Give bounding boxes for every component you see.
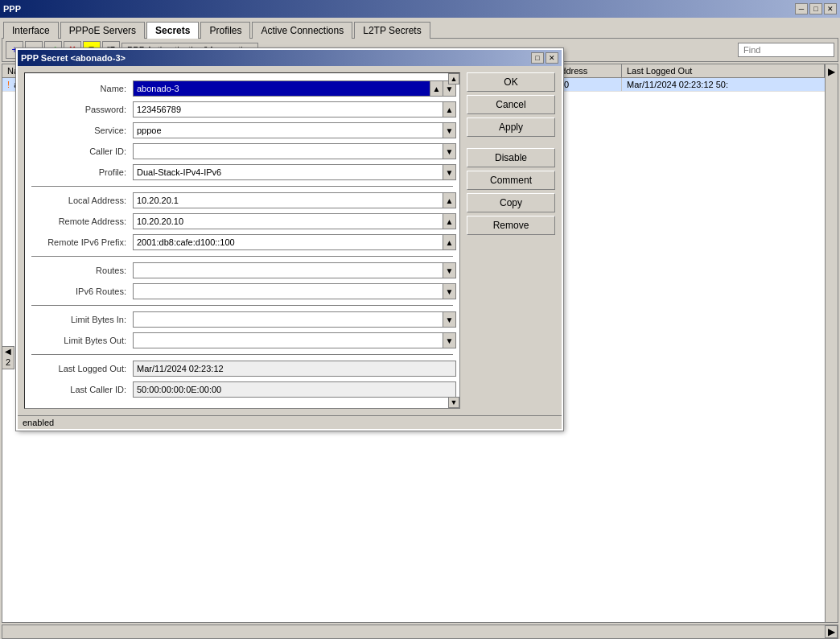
label-password: Password: <box>28 105 133 114</box>
routes-input-wrap: ▼ <box>133 262 456 278</box>
limit-in-dropdown-btn[interactable]: ▼ <box>443 311 456 328</box>
form-row-remote: Remote Address: ▲ <box>28 212 456 230</box>
dialog-title: PPP Secret <abonado-3> <box>21 53 126 63</box>
local-input-wrap: ▲ <box>133 192 456 208</box>
disable-button[interactable]: Disable <box>467 148 555 167</box>
callerid-dropdown-btn[interactable]: ▼ <box>443 143 456 159</box>
tab-l2tp-secrets[interactable]: L2TP Secrets <box>354 22 430 39</box>
form-row-limit-out: Limit Bytes Out: ▼ <box>28 332 456 349</box>
main-window: Interface PPPoE Servers Secrets Profiles… <box>0 18 840 639</box>
limit-out-input[interactable] <box>133 332 443 348</box>
ipv6-routes-input-wrap: ▼ <box>133 283 456 299</box>
side-nav: ◀ 2 <box>2 346 14 369</box>
ipv6-routes-dropdown-btn[interactable]: ▼ <box>443 283 456 299</box>
label-name: Name: <box>28 84 133 93</box>
apply-button[interactable]: Apply <box>467 117 555 137</box>
cancel-button[interactable]: Cancel <box>467 95 555 114</box>
form-scroll-up[interactable]: ▲ <box>448 73 459 85</box>
col-header-lastlogged: Last Logged Out <box>622 64 825 77</box>
form-row-routes: Routes: ▼ <box>28 262 456 279</box>
form-row-ipv6-routes: IPv6 Routes: ▼ <box>28 282 456 300</box>
dialog-status-bar: enabled <box>18 415 562 429</box>
remote-input[interactable] <box>133 213 443 229</box>
scroll-right-button[interactable]: ▶ <box>825 64 838 622</box>
comment-button[interactable]: Comment <box>467 171 555 190</box>
form-row-ipv6: Remote IPv6 Prefix: ▲ <box>28 233 456 251</box>
side-num-2: 2 <box>4 356 12 369</box>
last-callerid-input-wrap <box>133 381 456 398</box>
ppp-secret-dialog: PPP Secret <abonado-3> □ ✕ ▲ Name: ▲ ▼ <box>16 48 563 431</box>
callerid-input-wrap: ▼ <box>133 143 456 159</box>
form-row-name: Name: ▲ ▼ <box>28 80 456 97</box>
service-input[interactable] <box>133 122 443 138</box>
profile-dropdown-btn[interactable]: ▼ <box>443 164 456 180</box>
tab-secrets[interactable]: Secrets <box>146 22 199 39</box>
name-input[interactable] <box>133 80 430 97</box>
tab-bar: Interface PPPoE Servers Secrets Profiles… <box>0 18 840 38</box>
tab-pppoe-servers[interactable]: PPPoE Servers <box>60 22 145 39</box>
limit-in-input-wrap: ▼ <box>133 311 456 328</box>
remove-button-dialog[interactable]: Remove <box>467 216 555 235</box>
service-dropdown-btn[interactable]: ▼ <box>443 122 456 138</box>
routes-dropdown-btn[interactable]: ▼ <box>443 262 456 278</box>
status-text: enabled <box>23 418 54 427</box>
find-input[interactable] <box>738 43 834 57</box>
h-scrollbar[interactable]: ▶ <box>2 625 838 639</box>
tab-active-connections[interactable]: Active Connections <box>252 22 352 39</box>
window-title: PPP <box>3 4 21 14</box>
copy-button-dialog[interactable]: Copy <box>467 193 555 212</box>
side-up-arrow[interactable]: ◀ <box>5 347 11 356</box>
form-row-local: Local Address: ▲ <box>28 192 456 209</box>
callerid-input[interactable] <box>133 143 443 159</box>
dialog-buttons: OK Cancel Apply Disable Comment Copy Rem… <box>467 72 555 409</box>
routes-input[interactable] <box>133 262 443 278</box>
local-input[interactable] <box>133 192 443 208</box>
remote-btn[interactable]: ▲ <box>443 213 456 229</box>
dialog-close-button[interactable]: ✕ <box>546 52 558 64</box>
local-btn[interactable]: ▲ <box>443 192 456 208</box>
profile-input[interactable] <box>133 164 443 180</box>
dialog-form: ▲ Name: ▲ ▼ Password: ▲ <box>24 72 460 409</box>
minimize-button[interactable]: ─ <box>795 3 808 14</box>
ok-button[interactable]: OK <box>467 72 555 92</box>
limit-in-input[interactable] <box>133 311 443 328</box>
close-button[interactable]: ✕ <box>824 3 837 14</box>
cell-lastlogged: Mar/11/2024 02:23:12 50: <box>622 78 838 91</box>
tab-profiles[interactable]: Profiles <box>200 22 250 39</box>
label-service: Service: <box>28 126 133 135</box>
label-last-callerid: Last Caller ID: <box>28 385 133 394</box>
remote-input-wrap: ▲ <box>133 213 456 229</box>
ipv6-routes-input[interactable] <box>133 283 443 299</box>
form-row-callerid: Caller ID: ▼ <box>28 142 456 160</box>
divider-2 <box>31 256 453 257</box>
label-remote: Remote Address: <box>28 216 133 226</box>
password-btn[interactable]: ▲ <box>443 101 456 117</box>
limit-out-dropdown-btn[interactable]: ▼ <box>443 332 456 348</box>
name-scroll-up[interactable]: ▲ <box>430 80 443 97</box>
ipv6-btn[interactable]: ▲ <box>443 234 456 250</box>
label-routes: Routes: <box>28 266 133 275</box>
form-row-last-logged: Last Logged Out: <box>28 360 456 377</box>
label-profile: Profile: <box>28 167 133 177</box>
tab-interface[interactable]: Interface <box>3 22 59 39</box>
label-ipv6: Remote IPv6 Prefix: <box>28 237 133 247</box>
form-scroll-down[interactable]: ▼ <box>448 397 459 408</box>
title-bar: PPP ─ □ ✕ <box>0 0 840 18</box>
label-limit-in: Limit Bytes In: <box>28 315 133 324</box>
scroll-end-button[interactable]: ▶ <box>825 625 838 638</box>
password-input[interactable] <box>133 101 443 117</box>
form-row-last-callerid: Last Caller ID: <box>28 381 456 398</box>
service-input-wrap: ▼ <box>133 122 456 138</box>
last-logged-input <box>133 361 456 377</box>
name-input-wrap: ▲ ▼ <box>133 80 456 97</box>
form-row-password: Password: ▲ <box>28 101 456 118</box>
maximize-button[interactable]: □ <box>809 3 822 14</box>
form-row-limit-in: Limit Bytes In: ▼ <box>28 311 456 328</box>
password-input-wrap: ▲ <box>133 101 456 117</box>
dialog-maximize-button[interactable]: □ <box>531 52 544 64</box>
ipv6-input-wrap: ▲ <box>133 234 456 250</box>
dialog-title-bar: PPP Secret <abonado-3> □ ✕ <box>18 50 562 66</box>
label-callerid: Caller ID: <box>28 146 133 156</box>
ipv6-input[interactable] <box>133 234 443 250</box>
window-controls: ─ □ ✕ <box>795 3 837 14</box>
